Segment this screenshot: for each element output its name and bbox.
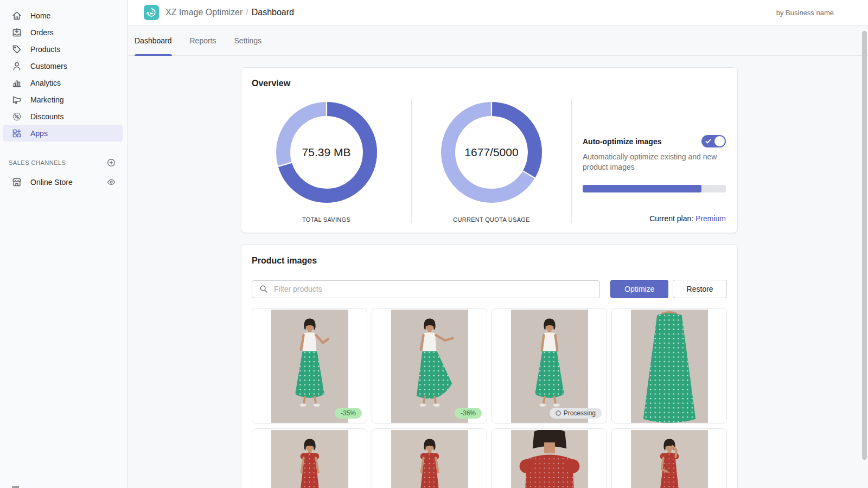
app-byline: by Business name — [776, 9, 834, 17]
sidebar-item-label: Marketing — [30, 95, 63, 104]
sidebar-item-analytics[interactable]: Analytics — [3, 74, 123, 91]
megaphone-icon — [11, 94, 22, 105]
vertical-scrollbar-thumb[interactable] — [862, 31, 867, 460]
product-images-card: Product images Optimize Restore — [241, 244, 738, 488]
product-image — [391, 430, 468, 488]
sidebar-item-label: Customers — [30, 62, 67, 70]
sidebar-item-orders[interactable]: Orders — [3, 24, 123, 41]
product-image — [391, 310, 468, 422]
product-card[interactable] — [492, 428, 607, 488]
filter-products-input[interactable] — [252, 280, 600, 298]
sidebar-item-label: Products — [30, 45, 60, 54]
content: Overview 75.39 MB TOTAL SAVINGS — [128, 56, 868, 488]
total-savings-column: 75.39 MB TOTAL SAVINGS — [241, 99, 411, 223]
quota-progress-fill — [583, 185, 701, 192]
store-icon — [11, 177, 22, 188]
total-savings-value: 75.39 MB — [276, 102, 377, 203]
sidebar-item-home[interactable]: Home — [3, 7, 123, 24]
sales-channels-label: SALES CHANNELS — [9, 159, 66, 166]
product-image — [271, 430, 348, 488]
overview-title: Overview — [252, 79, 726, 88]
product-images-title: Product images — [252, 256, 727, 266]
overview-stats-row: 75.39 MB TOTAL SAVINGS 1677/5000 CURRENT… — [241, 99, 737, 233]
tab-reports[interactable]: Reports — [190, 25, 216, 55]
sidebar-item-marketing[interactable]: Marketing — [3, 91, 123, 108]
optimize-button[interactable]: Optimize — [610, 280, 668, 298]
breadcrumb-separator: / — [246, 8, 248, 17]
product-grid: -35%-36%Processing — [252, 308, 727, 488]
total-savings-caption: TOTAL SAVINGS — [302, 216, 350, 223]
product-card[interactable]: Processing — [492, 308, 607, 423]
sales-channels-header: SALES CHANNELS — [0, 158, 127, 168]
product-card[interactable] — [372, 428, 487, 488]
product-card[interactable] — [611, 428, 727, 488]
search-field — [252, 280, 600, 298]
eye-icon[interactable] — [106, 177, 116, 187]
clipped-settings-icon — [12, 486, 19, 488]
product-image — [511, 310, 588, 422]
sidebar-item-label: Discounts — [30, 112, 63, 121]
product-card[interactable] — [611, 308, 727, 423]
analytics-icon — [11, 78, 22, 88]
sidebar-item-label: Orders — [30, 28, 54, 37]
spinner-icon — [556, 410, 561, 416]
toggle-knob — [714, 136, 725, 146]
tag-icon — [11, 44, 22, 55]
sidebar-item-discounts[interactable]: Discounts — [3, 108, 123, 125]
page-title: Dashboard — [252, 8, 294, 17]
image-optimizer-logo-icon — [144, 5, 159, 20]
sidebar-nav: HomeOrdersProductsCustomersAnalyticsMark… — [0, 7, 127, 142]
product-card[interactable]: -36% — [372, 308, 487, 423]
plus-circle-icon[interactable] — [106, 158, 116, 168]
app-header: XZ Image Optimizer/Dashboard by Business… — [128, 0, 868, 25]
restore-button[interactable]: Restore — [673, 280, 727, 298]
product-image — [271, 310, 348, 422]
tab-bar: DashboardReportsSettings — [128, 25, 868, 56]
quota-usage-value: 1677/5000 — [441, 102, 542, 203]
processing-badge: Processing — [550, 408, 602, 419]
sidebar-item-apps[interactable]: Apps — [3, 125, 123, 142]
sidebar-item-label: Home — [30, 11, 50, 20]
auto-optimize-column: Auto-optimize images Automatically optim… — [572, 99, 737, 223]
total-savings-donut-chart: 75.39 MB — [276, 102, 377, 203]
product-image — [631, 430, 708, 488]
channel-label: Online Store — [30, 178, 73, 187]
savings-badge: -35% — [335, 408, 362, 419]
tab-dashboard[interactable]: Dashboard — [135, 25, 172, 55]
overview-card: Overview 75.39 MB TOTAL SAVINGS — [241, 67, 738, 233]
current-plan-label: Current plan: — [649, 214, 693, 223]
savings-badge: -36% — [455, 408, 482, 419]
product-card[interactable] — [252, 428, 367, 488]
product-image — [631, 310, 708, 422]
app-name: XZ Image Optimizer — [165, 8, 242, 17]
discount-icon — [11, 111, 22, 122]
sidebar-item-online-store[interactable]: Online Store — [0, 174, 127, 190]
breadcrumb: XZ Image Optimizer/Dashboard — [165, 8, 294, 17]
quota-usage-donut-chart: 1677/5000 — [441, 102, 542, 203]
quota-progress-bar — [583, 185, 726, 192]
auto-optimize-toggle[interactable] — [701, 135, 726, 147]
current-plan: Current plan: Premium — [583, 214, 726, 223]
main-area: XZ Image Optimizer/Dashboard by Business… — [128, 0, 868, 488]
home-icon — [11, 10, 22, 21]
quota-usage-column: 1677/5000 CURRENT QUOTA USAGE — [411, 99, 572, 223]
quota-usage-caption: CURRENT QUOTA USAGE — [453, 216, 530, 223]
customers-icon — [11, 61, 22, 72]
auto-optimize-title: Auto-optimize images — [583, 137, 661, 146]
plan-link[interactable]: Premium — [695, 214, 726, 223]
apps-icon — [11, 128, 22, 139]
sidebar-item-label: Analytics — [30, 79, 61, 87]
orders-icon — [11, 27, 22, 38]
auto-optimize-description: Automatically optimize existing and new … — [583, 152, 723, 172]
sidebar: HomeOrdersProductsCustomersAnalyticsMark… — [0, 0, 128, 488]
product-card[interactable]: -35% — [252, 308, 367, 423]
product-image — [511, 430, 588, 488]
check-icon — [705, 138, 711, 144]
sidebar-item-products[interactable]: Products — [3, 41, 123, 57]
search-icon — [259, 284, 269, 294]
filter-row: Optimize Restore — [252, 280, 727, 298]
sidebar-item-label: Apps — [30, 129, 48, 138]
sidebar-item-customers[interactable]: Customers — [3, 57, 123, 74]
tab-settings[interactable]: Settings — [234, 25, 262, 55]
